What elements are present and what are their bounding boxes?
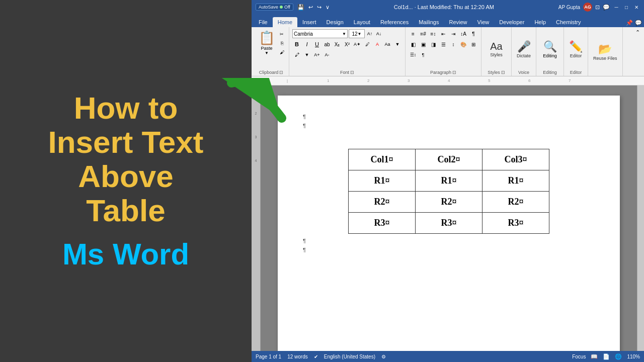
tab-view[interactable]: View [472,17,495,27]
tab-help[interactable]: Help [529,17,551,27]
tab-design[interactable]: Design [321,17,349,27]
tab-references[interactable]: References [375,17,414,27]
styles-expand-icon[interactable]: ⊡ [501,70,505,75]
change-case-button[interactable]: ▼ [393,40,402,49]
increase-indent-button[interactable]: ⇥ [449,29,458,38]
table-cell-r1c2[interactable]: R1¤ [416,170,482,192]
paragraph-mark-button[interactable]: ¶ [419,50,428,59]
word-window: AutoSave Off 💾 ↩ ↪ ∨ Col1d... · Last Mod… [252,0,644,362]
table-cell-r2c2[interactable]: R2¤ [416,192,482,213]
focus-btn[interactable]: Focus [572,354,586,359]
paragraph-expand-icon[interactable]: ⊡ [452,70,456,75]
tab-chemistry[interactable]: Chemistry [551,17,586,27]
multilevel-list-button[interactable]: ≡↕ [429,29,438,38]
decrease-indent-button[interactable]: ⇤ [439,29,448,38]
table-cell-r1c3[interactable]: R1¤ [482,170,549,192]
print-layout-icon[interactable]: 📄 [603,353,610,360]
dictate-button[interactable]: 🎤 Dictate [515,39,533,59]
font-size-selector[interactable]: 12 ▼ [349,29,365,38]
editing-button[interactable]: 🔍 Editing [539,39,560,59]
text-effects-button[interactable]: A✦ [353,40,362,49]
bullet-list-button[interactable]: ≡ [409,29,418,38]
justify-button[interactable]: ☰ [439,40,448,49]
shading2-button[interactable]: 🎨 [459,40,468,49]
tab-file[interactable]: File [254,17,273,27]
line-spacing-button[interactable]: ↕ [449,40,458,49]
copy-button[interactable]: ⎘ [278,39,286,47]
tab-mailings[interactable]: Mailings [414,17,444,27]
show-hide-button[interactable]: ¶ [469,29,478,38]
para-spacing-button[interactable]: ☰↕ [409,50,418,59]
tab-home[interactable]: Home [273,17,297,27]
table-cell-col1-header[interactable]: Col1¤ [349,149,416,170]
word-table[interactable]: Col1¤ Col2¤ Col3¤ R1¤ R1¤ R1¤ R2¤ R2¤ [348,149,549,234]
paste-button[interactable]: 📋 Paste ▼ [257,29,277,56]
ribbon-collapse[interactable]: ⌃ [633,27,642,76]
decrease-font-button[interactable]: A↓ [375,30,383,38]
increase-font-button[interactable]: A↑ [366,30,374,38]
numbered-list-button[interactable]: ≡# [419,29,428,38]
redo-icon[interactable]: ↪ [317,4,321,11]
scroll-right[interactable] [637,85,644,351]
autosave-badge[interactable]: AutoSave Off [256,4,293,11]
save-icon[interactable]: 💾 [297,4,304,11]
align-center-button[interactable]: ▣ [419,40,428,49]
borders-button[interactable]: ⊞ [469,40,478,49]
italic-button[interactable]: I [302,40,311,49]
table-cell-r2c3[interactable]: R2¤ [482,192,549,213]
sort-button[interactable]: ↕A [459,29,468,38]
table-cell-r1c1[interactable]: R1¤ [349,170,416,192]
font-expand-icon[interactable]: ⊡ [350,70,354,75]
font-controls: Cambria ▼ 12 ▼ A↑ A↓ B I U ab X₂ [292,29,402,69]
table-cell-r3c2[interactable]: R3¤ [416,213,482,234]
table-cell-r3c3[interactable]: R3¤ [482,213,549,234]
subscript-button[interactable]: X₂ [333,40,342,49]
align-right-button[interactable]: ◨ [429,40,438,49]
clear-format-button[interactable]: Aa [383,40,392,49]
table-cell-col3-header[interactable]: Col3¤ [482,149,549,170]
superscript-button[interactable]: X² [343,40,352,49]
tab-insert[interactable]: Insert [297,17,321,27]
language[interactable]: English (United States) [324,354,375,359]
table-cell-r3c1[interactable]: R3¤ [349,213,416,234]
spell-check-icon[interactable]: ✔ [314,354,318,359]
document-page[interactable]: ¶ ¶ Col1¤ Col2¤ Col3¤ R1¤ R1¤ R1¤ [278,96,620,351]
font-color-button[interactable]: A [373,40,382,49]
table-cell-col2-header[interactable]: Col2¤ [416,149,482,170]
comments-icon[interactable]: 💬 [603,4,610,11]
cut-button[interactable]: ✂ [278,30,286,38]
reuse-files-button[interactable]: 📂 Reuse Files [591,42,619,62]
more-icon[interactable]: ∨ [326,4,330,11]
highlight-button[interactable]: 🖊 [363,40,372,49]
strikethrough-button[interactable]: ab [323,40,332,49]
tab-developer[interactable]: Developer [494,17,529,27]
bold-button[interactable]: B [292,40,301,49]
ribbon-comment-icon[interactable]: 💬 [635,20,642,26]
ribbon-toggle-icon[interactable]: ⊡ [595,4,600,11]
font-size-dec2[interactable]: A- [323,50,332,59]
font-family-selector[interactable]: Cambria ▼ [292,29,348,38]
read-mode-icon[interactable]: 📖 [591,353,598,360]
autosave-dot [280,6,283,9]
tab-layout[interactable]: Layout [349,17,375,27]
undo-icon[interactable]: ↩ [308,4,313,11]
clipboard-expand-icon[interactable]: ⊡ [279,70,283,75]
page-container[interactable]: ¶ ¶ Col1¤ Col2¤ Col3¤ R1¤ R1¤ R1¤ [261,85,637,351]
highlight-color-button[interactable]: 🖍 [292,50,301,59]
align-left-button[interactable]: ◧ [409,40,418,49]
web-layout-icon[interactable]: 🌐 [615,353,622,360]
shading-button[interactable]: ▼ [302,50,311,59]
minimize-button[interactable]: ─ [613,4,620,11]
styles-button[interactable]: Aa Styles [488,40,505,58]
status-bar: Page 1 of 1 12 words ✔ English (United S… [252,351,644,362]
underline-button[interactable]: U [312,40,321,49]
editor-button[interactable]: ✏️ Editor [567,39,585,59]
tab-review[interactable]: Review [444,17,472,27]
ribbon-pin-icon[interactable]: 📌 [626,20,633,26]
font-size-inc2[interactable]: A+ [312,50,321,59]
close-button[interactable]: ✕ [633,4,640,11]
track-changes-icon[interactable]: ⚙ [381,354,386,359]
table-cell-r2c1[interactable]: R2¤ [349,192,416,213]
format-painter-button[interactable]: 🖌 [278,48,286,56]
maximize-button[interactable]: □ [623,4,630,11]
